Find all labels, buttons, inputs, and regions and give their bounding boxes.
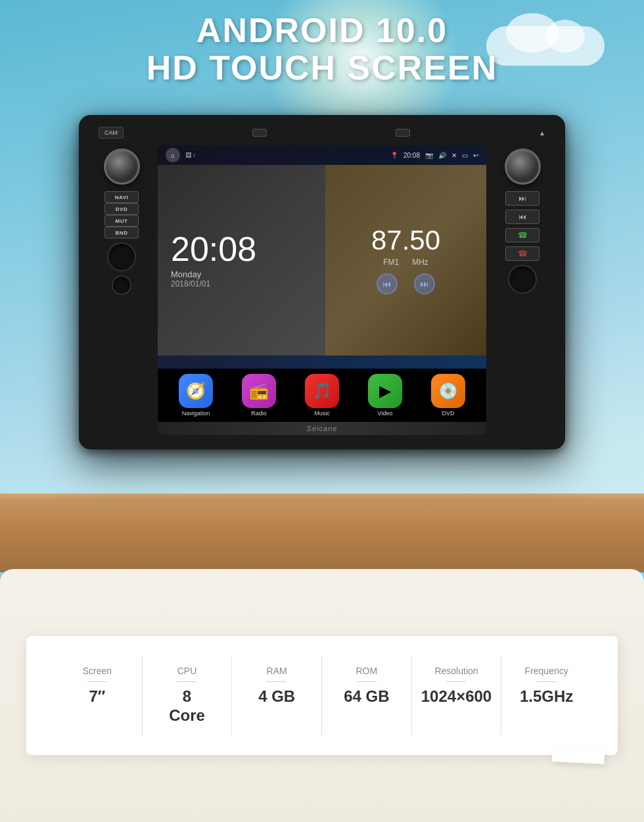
radio-main-area: NAVIDVDMUTBND ⌂ 🖼 ↕ 📍 20:08	[92, 145, 552, 435]
radio-controls: ⏮ ⏭	[377, 273, 435, 294]
window-icon: ▭	[462, 152, 468, 159]
left-knob[interactable]	[104, 148, 140, 185]
app-icon-video[interactable]: ▶Video	[368, 374, 402, 417]
skip-forward-button[interactable]: ⏭	[505, 191, 540, 206]
spec-value: 8 Core	[169, 687, 205, 725]
side-button-bnd[interactable]: BND	[104, 227, 139, 239]
spec-divider	[537, 681, 557, 682]
spec-value: 7″	[89, 687, 105, 706]
spec-label: Resolution	[434, 666, 478, 676]
title-line2: HD TOUCH SCREEN	[0, 49, 644, 87]
app-icon-navigation[interactable]: 🧭Navigation	[179, 374, 213, 417]
title-section: ANDROID 10.0 HD TOUCH SCREEN	[0, 12, 644, 87]
camera-icon: 📷	[425, 152, 433, 159]
app-icon-label-radio: Radio	[251, 410, 267, 417]
app-icon-music[interactable]: 🎵Music	[305, 374, 339, 417]
app-icon-box-navigation: 🧭	[179, 374, 213, 408]
screen-wrapper: ⌂ 🖼 ↕ 📍 20:08 📷 🔊 ✕ ▭ ↩	[158, 145, 486, 435]
app-icon-label-dvd: DVD	[442, 410, 454, 417]
radio-label: FM1 MHz	[383, 258, 428, 267]
home-button[interactable]: ⌂	[166, 148, 180, 162]
skip-back-button[interactable]: ⏮	[505, 210, 540, 224]
clock-time: 20:08	[171, 232, 312, 266]
status-bar-right: 📍 20:08 📷 🔊 ✕ ▭ ↩	[390, 152, 478, 159]
spec-item-screen: Screen7″	[53, 656, 143, 735]
cam-button[interactable]: CAM	[99, 127, 124, 139]
app-icon-dvd[interactable]: 💿DVD	[431, 374, 465, 417]
top-button-1[interactable]	[252, 129, 267, 137]
spec-label: CPU	[177, 666, 197, 676]
app-icon-label-navigation: Navigation	[182, 410, 210, 417]
eject-button[interactable]: ▲	[539, 129, 545, 137]
app-icon-box-dvd: 💿	[431, 374, 465, 408]
app-icon-box-music: 🎵	[305, 374, 339, 408]
title-line1: ANDROID 10.0	[0, 12, 644, 49]
spec-label: Screen	[83, 666, 112, 676]
spec-item-cpu: CPU8 Core	[143, 656, 233, 735]
radio-widget: 87.50 FM1 MHz ⏮ ⏭	[325, 165, 486, 355]
specs-paper: Screen7″CPU8 CoreRAM4 GBROM64 GBResoluti…	[26, 636, 618, 755]
desk-surface	[0, 493, 644, 572]
spec-value: 4 GB	[258, 687, 295, 706]
right-knob[interactable]	[505, 148, 541, 185]
phone-answer-button[interactable]: ☎	[505, 228, 540, 242]
spec-divider	[177, 681, 196, 682]
spec-item-resolution: Resolution1024×600	[412, 656, 502, 735]
radio-top-bar: CAM ▲	[92, 127, 552, 139]
app-icon-box-radio: 📻	[242, 374, 276, 408]
seicane-watermark: Seicane	[158, 422, 486, 435]
radio-unit: CAM ▲ NAVIDVDMUTBND ⌂	[79, 115, 565, 449]
status-bar: ⌂ 🖼 ↕ 📍 20:08 📷 🔊 ✕ ▭ ↩	[158, 145, 486, 165]
radio-frequency: 87.50	[371, 227, 440, 254]
spec-divider	[446, 681, 466, 682]
close-icon: ✕	[451, 152, 457, 159]
left-hole-small	[112, 275, 131, 295]
left-controls: NAVIDVDMUTBND	[92, 145, 151, 435]
spec-divider	[267, 681, 287, 682]
spec-item-ram: RAM4 GB	[232, 656, 322, 735]
app-icon-radio[interactable]: 📻Radio	[242, 374, 276, 417]
specs-section: Screen7″CPU8 CoreRAM4 GBROM64 GBResoluti…	[0, 569, 644, 822]
top-button-2[interactable]	[396, 129, 410, 137]
radio-station: FM1	[383, 258, 399, 267]
spec-divider	[87, 681, 107, 682]
left-hole-big	[107, 242, 136, 271]
spec-label: Frequency	[525, 666, 568, 676]
specs-grid: Screen7″CPU8 CoreRAM4 GBROM64 GBResoluti…	[53, 656, 591, 735]
spec-label: ROM	[356, 666, 377, 676]
spec-label: RAM	[267, 666, 287, 676]
location-icon: 📍	[390, 152, 398, 159]
app-icon-box-video: ▶	[368, 374, 402, 408]
next-station-button[interactable]: ⏭	[414, 273, 435, 294]
right-controls: ⏭ ⏮ ☎ ☎	[493, 145, 552, 435]
spec-item-frequency: Frequency1.5GHz	[501, 656, 591, 735]
phone-end-button[interactable]: ☎	[505, 246, 540, 261]
spec-value: 64 GB	[344, 687, 389, 706]
clock-day: Monday	[171, 269, 312, 279]
screen-widgets: 20:08 Monday 2018/01/01 87.50 FM1 MHz ⏮	[158, 165, 486, 355]
status-icons: 🖼 ↕	[185, 152, 196, 158]
prev-station-button[interactable]: ⏮	[377, 273, 398, 294]
speaker-icon: 🔊	[438, 152, 446, 159]
side-button-dvd[interactable]: DVD	[104, 203, 139, 215]
back-icon: ↩	[473, 152, 478, 159]
radio-outer-frame: CAM ▲ NAVIDVDMUTBND ⌂	[79, 115, 565, 449]
spec-value: 1024×600	[421, 687, 492, 706]
right-hole-big	[508, 265, 537, 294]
clock-date: 2018/01/01	[171, 279, 312, 288]
radio-unit: MHz	[412, 258, 428, 267]
side-button-mut[interactable]: MUT	[104, 215, 139, 227]
status-time: 20:08	[403, 152, 420, 159]
app-icon-label-video: Video	[378, 410, 393, 417]
side-button-navi[interactable]: NAVI	[104, 191, 139, 203]
spec-item-rom: ROM64 GB	[322, 656, 412, 735]
spec-value: 1.5GHz	[520, 687, 573, 706]
status-bar-left: ⌂ 🖼 ↕	[166, 148, 196, 162]
app-icon-label-music: Music	[314, 410, 330, 417]
clock-widget: 20:08 Monday 2018/01/01	[158, 165, 325, 355]
spec-divider	[357, 681, 377, 682]
app-icons-row: 🧭Navigation📻Radio🎵Music▶Video💿DVD	[158, 369, 486, 422]
android-screen: ⌂ 🖼 ↕ 📍 20:08 📷 🔊 ✕ ▭ ↩	[158, 145, 486, 369]
